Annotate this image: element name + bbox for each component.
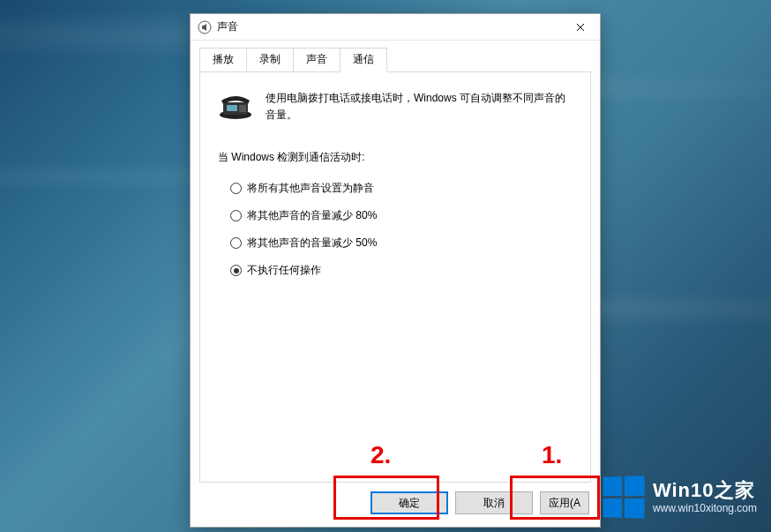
- titlebar[interactable]: 声音: [191, 14, 600, 41]
- cancel-button[interactable]: 取消: [455, 491, 533, 514]
- ok-button[interactable]: 确定: [371, 491, 448, 514]
- radio-do-nothing[interactable]: 不执行任何操作: [230, 263, 573, 278]
- radio-icon: [230, 265, 242, 276]
- radio-group: 将所有其他声音设置为静音 将其他声音的音量减少 80% 将其他声音的音量减少 5…: [218, 181, 573, 278]
- tab-recording[interactable]: 录制: [246, 48, 294, 71]
- windows-logo-icon: [603, 476, 645, 518]
- radio-label: 将其他声音的音量减少 80%: [247, 208, 377, 223]
- radio-icon: [230, 183, 242, 194]
- radio-icon: [230, 237, 242, 249]
- radio-reduce-80[interactable]: 将其他声音的音量减少 80%: [230, 208, 573, 223]
- tab-sounds[interactable]: 声音: [293, 48, 341, 71]
- watermark: Win10之家 www.win10xitong.com: [603, 476, 757, 518]
- radio-label: 将其他声音的音量减少 50%: [247, 236, 377, 251]
- watermark-text: Win10之家 www.win10xitong.com: [653, 480, 757, 514]
- radio-mute-all[interactable]: 将所有其他声音设置为静音: [230, 181, 573, 196]
- svg-rect-4: [239, 105, 246, 112]
- tab-communications[interactable]: 通信: [340, 48, 387, 72]
- radio-reduce-50[interactable]: 将其他声音的音量减少 50%: [230, 236, 573, 251]
- phone-icon: [218, 88, 253, 120]
- button-bar: 确定 取消 应用(A: [191, 483, 600, 527]
- watermark-url: www.win10xitong.com: [653, 503, 757, 514]
- dialog-title: 声音: [217, 19, 238, 34]
- svg-rect-3: [227, 105, 237, 111]
- sound-dialog: 声音 播放 录制 声音 通信: [190, 13, 601, 528]
- tabs-header: 播放 录制 声音 通信: [199, 48, 591, 71]
- radio-icon: [230, 210, 242, 221]
- close-icon: [576, 23, 585, 32]
- sound-icon: [198, 20, 212, 34]
- description-row: 使用电脑拨打电话或接电话时，Windows 可自动调整不同声音的音量。: [218, 88, 573, 124]
- apply-button[interactable]: 应用(A: [540, 491, 589, 514]
- tab-content: 使用电脑拨打电话或接电话时，Windows 可自动调整不同声音的音量。 当 Wi…: [199, 71, 591, 483]
- radio-label: 不执行任何操作: [247, 263, 321, 278]
- watermark-title: Win10之家: [653, 480, 757, 501]
- tabs-area: 播放 录制 声音 通信 使用电脑拨打电话或接电话时，Windows 可自动调整不…: [191, 41, 600, 483]
- description-text: 使用电脑拨打电话或接电话时，Windows 可自动调整不同声音的音量。: [266, 88, 573, 124]
- close-button[interactable]: [560, 14, 600, 40]
- tab-playback[interactable]: 播放: [199, 48, 247, 71]
- section-label: 当 Windows 检测到通信活动时:: [218, 150, 573, 165]
- radio-label: 将所有其他声音设置为静音: [247, 181, 374, 196]
